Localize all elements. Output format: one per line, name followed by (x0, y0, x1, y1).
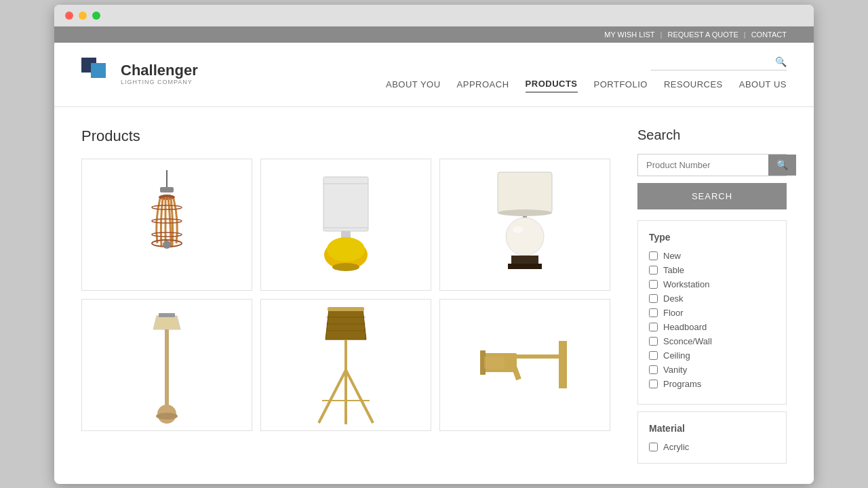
svg-point-2 (159, 195, 175, 200)
minimize-dot[interactable] (79, 12, 87, 20)
nav-approach[interactable]: APPROACH (457, 79, 509, 92)
material-filter-section: Material Acrylic (637, 411, 787, 464)
sidebar-title: Search (637, 127, 787, 143)
filter-label-vanity: Vanity (663, 365, 687, 375)
my-wish-list-link[interactable]: MY WISH LIST (604, 30, 654, 39)
product-search-icon-button[interactable]: 🔍 (768, 155, 796, 176)
product-card-globe[interactable] (439, 159, 610, 291)
svg-point-18 (506, 218, 544, 256)
filter-checkbox-desk[interactable] (649, 294, 658, 303)
filter-checkbox-headboard[interactable] (649, 323, 658, 331)
filter-checkbox-new[interactable] (649, 251, 658, 260)
filter-item-floor: Floor (649, 308, 775, 318)
logo-text-area: Challenger LIGHTING COMPANY (121, 62, 198, 85)
filter-item-workstation: Workstation (649, 279, 775, 289)
browser-chrome (54, 5, 814, 26)
nav-about-you[interactable]: ABOUT YOU (386, 79, 441, 92)
svg-rect-1 (160, 187, 174, 192)
filter-item-desk: Desk (649, 293, 775, 304)
product-search-box[interactable]: 🔍 (637, 154, 787, 176)
filter-checkbox-ceiling[interactable] (649, 351, 658, 360)
svg-rect-22 (159, 313, 175, 317)
close-dot[interactable] (65, 12, 73, 20)
filter-item-headboard: Headboard (649, 322, 775, 332)
header: Challenger LIGHTING COMPANY 🔍 ABOUT YOU … (54, 43, 814, 107)
filter-label-workstation: Workstation (663, 279, 709, 289)
product-card-table-yellow[interactable] (260, 159, 431, 291)
nav-about-us[interactable]: ABOUT US (739, 79, 787, 92)
browser-window: MY WISH LIST | REQUEST A QUOTE | CONTACT… (54, 5, 814, 484)
logo-area: Challenger LIGHTING COMPANY (81, 58, 198, 92)
filter-checkbox-acrylic[interactable] (649, 443, 658, 451)
product-number-input[interactable] (638, 155, 768, 176)
filter-item-programs: Programs (649, 379, 775, 389)
filter-label-programs: Programs (663, 379, 701, 389)
filter-checkbox-programs[interactable] (649, 380, 658, 388)
svg-rect-11 (341, 231, 351, 238)
header-search-icon[interactable]: 🔍 (775, 56, 787, 67)
contact-link[interactable]: CONTACT (751, 30, 787, 39)
filter-label-table: Table (663, 265, 684, 275)
filter-checkbox-workstation[interactable] (649, 280, 658, 289)
filter-label-floor: Floor (663, 308, 684, 318)
separator-1: | (660, 30, 663, 39)
filter-item-new: New (649, 251, 775, 261)
filter-checkbox-sconce[interactable] (649, 337, 658, 346)
request-quote-link[interactable]: REQUEST A QUOTE (667, 30, 738, 39)
filter-checkbox-table[interactable] (649, 266, 658, 274)
svg-line-31 (319, 370, 346, 423)
material-filter-title: Material (649, 423, 775, 434)
svg-rect-36 (511, 354, 559, 359)
filter-label-desk: Desk (663, 293, 684, 304)
product-card-floor[interactable] (81, 299, 252, 431)
search-icon: 🔍 (776, 159, 788, 170)
product-card-tripod[interactable] (260, 299, 431, 431)
svg-point-19 (513, 226, 524, 233)
logo-sub: LIGHTING COMPANY (121, 79, 198, 86)
type-filter-title: Type (649, 232, 775, 243)
svg-point-25 (156, 413, 178, 420)
filter-item-sconce: Sconce/Wall (649, 336, 775, 346)
filter-label-ceiling: Ceiling (663, 350, 690, 361)
svg-point-14 (332, 263, 359, 271)
products-section: Products (81, 127, 610, 464)
logo-blue-square (91, 63, 106, 78)
separator-2: | (744, 30, 746, 39)
svg-rect-8 (323, 177, 368, 231)
filter-label-headboard: Headboard (663, 322, 707, 332)
site-wrapper: MY WISH LIST | REQUEST A QUOTE | CONTACT… (54, 26, 814, 484)
sidebar: Search 🔍 SEARCH Type New (637, 127, 787, 464)
svg-rect-40 (484, 357, 505, 369)
swing-arm-svg (471, 327, 579, 402)
header-search-input[interactable] (651, 56, 775, 66)
header-search-bar[interactable]: 🔍 (651, 56, 787, 70)
maximize-dot[interactable] (92, 12, 100, 20)
product-card-pendant[interactable] (81, 159, 252, 291)
product-card-swing[interactable] (439, 299, 610, 431)
filter-label-new: New (663, 251, 681, 261)
table-yellow-lamp-svg (309, 167, 383, 282)
main-content: Products (54, 107, 814, 484)
svg-point-16 (498, 209, 552, 216)
search-button[interactable]: SEARCH (637, 183, 787, 209)
main-nav: ABOUT YOU APPROACH PRODUCTS PORTFOLIO RE… (386, 79, 787, 93)
nav-portfolio[interactable]: PORTFOLIO (594, 79, 648, 92)
svg-rect-23 (165, 329, 169, 411)
tripod-lamp-svg (305, 302, 387, 428)
svg-rect-21 (508, 264, 542, 269)
svg-rect-35 (559, 341, 567, 388)
nav-products[interactable]: PRODUCTS (526, 79, 578, 93)
filter-item-acrylic: Acrylic (649, 442, 775, 452)
svg-point-4 (152, 205, 182, 209)
product-grid (81, 159, 610, 431)
svg-rect-15 (498, 172, 552, 213)
header-right: 🔍 ABOUT YOU APPROACH PRODUCTS PORTFOLIO … (386, 56, 787, 93)
filter-label-sconce: Sconce/Wall (663, 336, 712, 346)
filter-checkbox-vanity[interactable] (649, 365, 658, 374)
svg-point-13 (327, 237, 365, 262)
svg-rect-29 (328, 307, 364, 311)
filter-checkbox-floor[interactable] (649, 308, 658, 317)
nav-resources[interactable]: RESOURCES (664, 79, 723, 92)
filter-item-ceiling: Ceiling (649, 350, 775, 361)
products-title: Products (81, 127, 610, 145)
